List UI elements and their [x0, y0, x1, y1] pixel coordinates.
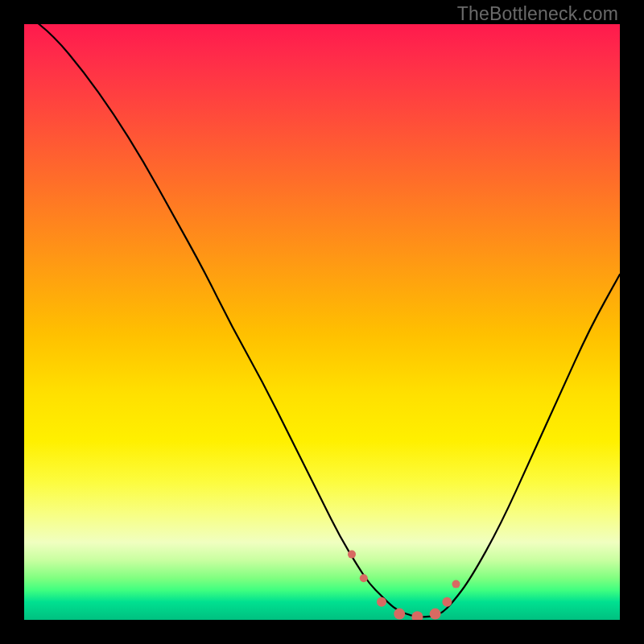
curve-marker [411, 611, 423, 620]
chart-container: TheBottleneck.com [0, 0, 644, 644]
curve-marker [394, 609, 405, 620]
plot-gradient-area [24, 24, 620, 620]
curve-markers [348, 551, 460, 620]
curve-marker [360, 574, 368, 582]
watermark-label: TheBottleneck.com [457, 3, 618, 25]
bottleneck-curve [24, 24, 620, 617]
curve-marker [348, 551, 356, 559]
curve-marker [452, 580, 460, 588]
curve-layer [24, 24, 620, 620]
curve-marker [442, 597, 452, 607]
curve-marker [377, 597, 386, 607]
curve-marker [430, 609, 441, 620]
